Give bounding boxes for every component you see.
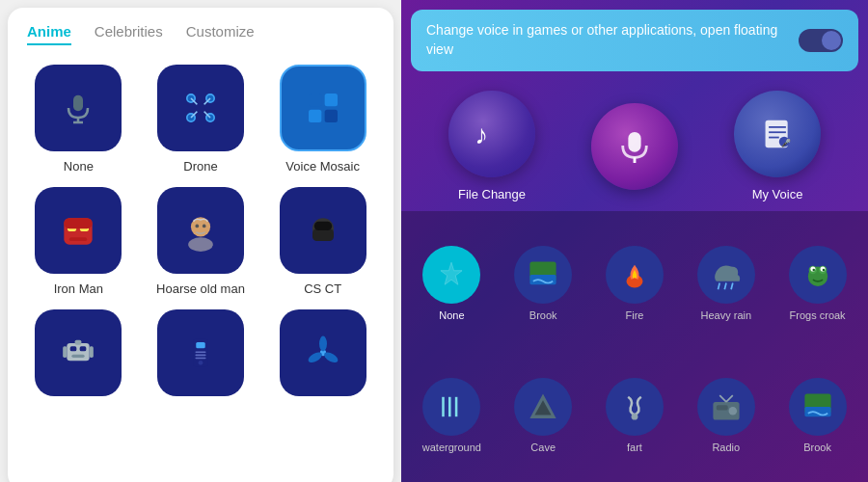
env-item-5[interactable]: waterground: [409, 378, 495, 453]
tab-customize[interactable]: Customize: [186, 23, 255, 45]
svg-rect-36: [196, 342, 205, 348]
grid-icon-box-1: [157, 65, 244, 151]
svg-point-73: [632, 414, 638, 420]
env-circle-8: [697, 378, 755, 436]
svg-rect-38: [195, 354, 205, 356]
svg-point-66: [812, 269, 815, 272]
env-item-8[interactable]: Radio: [683, 378, 769, 453]
env-circle-7: [606, 378, 664, 436]
svg-rect-27: [313, 222, 331, 230]
voice-item-1[interactable]: [591, 103, 678, 190]
svg-rect-30: [80, 346, 87, 351]
voice-label-2: My Voice: [752, 187, 803, 201]
env-label-5: waterground: [422, 442, 481, 453]
grid-item-label-5: CS CT: [304, 281, 341, 298]
svg-rect-76: [717, 405, 728, 410]
env-circle-3: [697, 246, 755, 304]
svg-rect-12: [309, 110, 321, 122]
svg-rect-32: [75, 339, 82, 344]
svg-rect-29: [70, 346, 77, 351]
grid-icon-box-6: [35, 309, 122, 396]
env-section: NoneBrookFireHeavy rainFrogs croakwaterg…: [401, 211, 868, 482]
grid-item-7[interactable]: [146, 309, 257, 404]
tab-anime[interactable]: Anime: [27, 23, 71, 45]
grid-icon-box-4: [157, 187, 244, 274]
svg-line-60: [731, 283, 733, 290]
env-label-0: None: [439, 309, 464, 321]
svg-rect-39: [195, 358, 205, 360]
floating-text: Change voice in games or other applicati…: [426, 21, 787, 59]
svg-text:♪: ♪: [475, 120, 488, 149]
voice-section: ♪File Change🎤My Voice: [401, 81, 868, 211]
env-item-6[interactable]: Cave: [501, 378, 586, 453]
voice-item-2[interactable]: 🎤My Voice: [734, 91, 821, 201]
svg-line-58: [718, 283, 719, 290]
env-circle-4: [789, 246, 847, 304]
voice-orb-1: [591, 103, 678, 190]
env-item-2[interactable]: Fire: [592, 246, 678, 321]
svg-marker-54: [441, 263, 462, 285]
env-label-8: Radio: [712, 442, 740, 453]
grid-item-8[interactable]: [267, 309, 378, 404]
grid-item-1[interactable]: Drone: [146, 65, 257, 175]
svg-rect-24: [312, 228, 334, 241]
svg-rect-28: [68, 343, 90, 361]
grid-icon-box-3: [35, 187, 122, 274]
grid-item-3[interactable]: Iron Man: [23, 187, 134, 298]
grid-icon-box-8: [280, 309, 366, 396]
env-item-4[interactable]: Frogs croak: [774, 246, 860, 321]
grid-item-4[interactable]: Hoarse old man: [146, 187, 257, 298]
grid-item-2[interactable]: Voice Mosaic: [267, 65, 378, 175]
grid-icon-box-0: [35, 65, 122, 151]
svg-rect-37: [195, 351, 205, 353]
grid-item-5[interactable]: CS CT: [267, 187, 378, 298]
grid-item-label-3: Iron Man: [54, 281, 103, 298]
svg-rect-13: [324, 110, 337, 122]
grid-icon-box-5: [280, 187, 366, 274]
env-label-1: Brook: [529, 309, 557, 321]
floating-toggle[interactable]: [799, 29, 843, 52]
svg-point-21: [195, 224, 199, 228]
voice-orb-0: ♪: [448, 91, 535, 177]
env-item-7[interactable]: fart: [592, 378, 678, 453]
env-label-7: fart: [627, 442, 642, 453]
voice-item-0[interactable]: ♪File Change: [448, 91, 535, 201]
svg-point-20: [188, 237, 213, 252]
env-circle-5: [422, 378, 480, 436]
grid-item-0[interactable]: None: [23, 65, 134, 175]
env-label-2: Fire: [626, 309, 644, 321]
env-label-4: Frogs croak: [790, 309, 846, 321]
svg-rect-10: [309, 94, 321, 106]
tab-celebrities[interactable]: Celebrities: [95, 23, 163, 45]
svg-rect-33: [63, 346, 67, 358]
floating-bar: Change voice in games or other applicati…: [411, 10, 858, 71]
env-circle-9: [789, 378, 847, 436]
svg-rect-11: [324, 94, 337, 106]
env-label-3: Heavy rain: [701, 309, 752, 321]
svg-rect-34: [90, 346, 94, 358]
env-item-0[interactable]: None: [409, 246, 495, 321]
grid-icon-box-7: [157, 309, 244, 396]
svg-rect-18: [69, 237, 87, 241]
grid-item-6[interactable]: [23, 309, 134, 404]
svg-rect-9: [197, 104, 204, 112]
grid-icon-box-2: [280, 65, 366, 151]
svg-line-78: [726, 395, 733, 402]
svg-rect-0: [73, 95, 83, 112]
grid-item-label-2: Voice Mosaic: [285, 159, 360, 175]
env-circle-0: [422, 246, 480, 304]
voice-label-0: File Change: [458, 187, 526, 201]
env-item-3[interactable]: Heavy rain: [683, 246, 769, 321]
svg-rect-56: [530, 275, 556, 284]
svg-rect-80: [804, 407, 830, 416]
left-panel: AnimeCelebritiesCustomize NoneDroneVoice…: [8, 8, 393, 482]
env-circle-1: [514, 246, 572, 304]
svg-rect-17: [65, 218, 93, 228]
svg-text:🎤: 🎤: [781, 138, 791, 147]
env-item-9[interactable]: Brook: [774, 378, 860, 453]
env-item-1[interactable]: Brook: [501, 246, 586, 321]
grid-item-label-4: Hoarse old man: [156, 281, 245, 298]
svg-point-42: [319, 335, 327, 351]
svg-point-40: [199, 361, 203, 365]
env-circle-6: [514, 378, 572, 436]
